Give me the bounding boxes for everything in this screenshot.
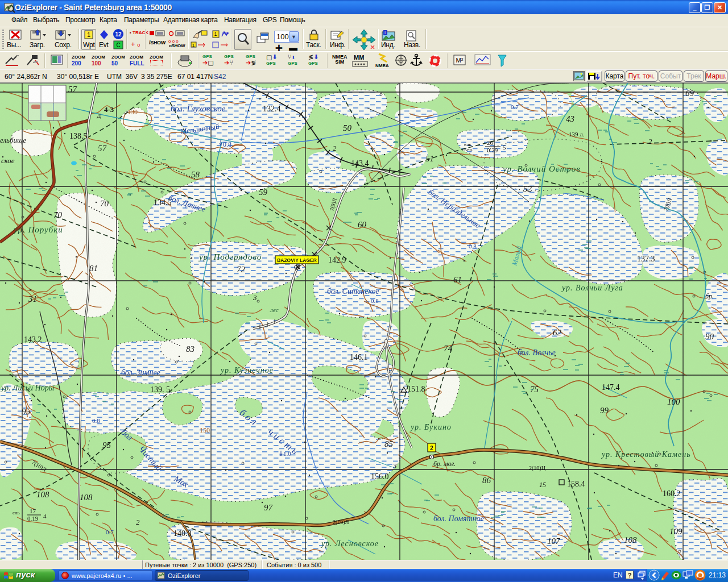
svg-text:LINE: LINE bbox=[222, 31, 229, 35]
svg-text:12: 12 bbox=[115, 31, 122, 38]
svg-text:I: I bbox=[384, 31, 386, 35]
svg-text:1: 1 bbox=[192, 43, 195, 48]
svg-text:C: C bbox=[116, 42, 120, 48]
svg-text:1: 1 bbox=[214, 31, 217, 37]
svg-text:M²: M² bbox=[456, 57, 464, 64]
svg-text:1: 1 bbox=[87, 31, 90, 38]
